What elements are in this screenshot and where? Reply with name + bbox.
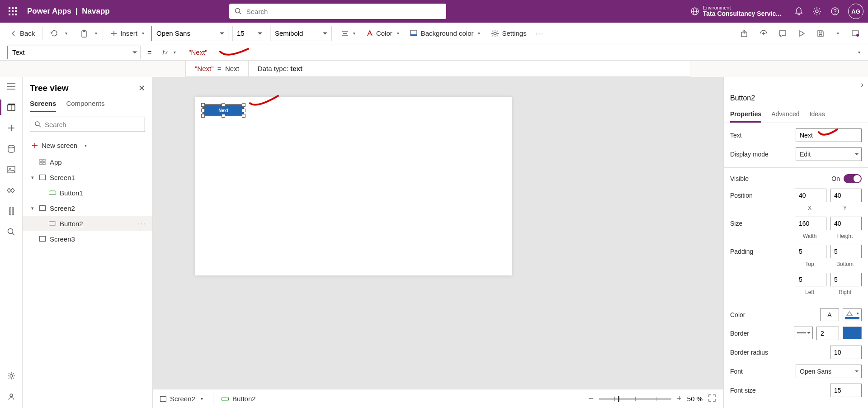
tree-node-screen3[interactable]: Screen3 — [23, 231, 152, 247]
svg-point-0 — [235, 9, 240, 13]
fx-label[interactable]: fx ▾ — [158, 47, 182, 57]
environment-picker[interactable]: Environment Tata Consultancy Servic... — [690, 5, 781, 17]
color-button[interactable]: Color▾ — [363, 25, 405, 41]
search-input[interactable] — [246, 8, 441, 15]
breadcrumb-screen[interactable]: Screen2▾ — [160, 394, 205, 404]
waffle-icon[interactable] — [5, 3, 21, 19]
undo-button[interactable] — [46, 27, 61, 40]
property-selector[interactable]: Text — [7, 46, 141, 59]
prop-padright-input[interactable] — [830, 273, 862, 286]
font-family-select[interactable]: Open Sans — [151, 26, 228, 41]
insert-button[interactable]: Insert▾ — [107, 25, 150, 41]
close-icon[interactable]: ✕ — [138, 83, 145, 93]
save-icon[interactable] — [816, 29, 825, 38]
fit-to-screen-icon[interactable] — [708, 394, 716, 404]
background-color-button[interactable]: Background color▾ — [406, 25, 486, 41]
tree-node-app[interactable]: App — [23, 154, 152, 170]
share-icon[interactable] — [740, 29, 749, 38]
align-button[interactable]: ▾ — [338, 25, 361, 41]
tab-components[interactable]: Components — [66, 96, 104, 112]
prop-width-input[interactable] — [795, 217, 826, 230]
settings-icon[interactable] — [812, 6, 822, 16]
tree-view-icon[interactable] — [6, 102, 16, 112]
formula-input[interactable]: "Next" — [182, 44, 850, 61]
tab-properties[interactable]: Properties — [730, 107, 761, 123]
hamburger-icon[interactable] — [6, 81, 16, 91]
screen-canvas[interactable]: Next — [195, 97, 512, 275]
new-screen-button[interactable]: New screen ▾ — [23, 137, 152, 154]
tree-node-button1[interactable]: Button1 — [23, 185, 152, 200]
chevron-right-icon[interactable]: › — [861, 80, 863, 90]
prop-borderwidth-input[interactable] — [816, 327, 839, 340]
prop-padtop-input[interactable] — [795, 245, 826, 258]
prop-fontcolor-button[interactable]: A — [820, 308, 839, 321]
prop-height-input[interactable] — [830, 217, 862, 230]
paste-dropdown[interactable]: ▾ — [93, 28, 99, 38]
left-rail — [0, 77, 23, 408]
svg-rect-32 — [9, 208, 11, 215]
canvas-area: Next Screen2▾ Button2 − + 50 % — [153, 77, 723, 408]
play-icon[interactable] — [797, 29, 806, 38]
insert-icon[interactable] — [6, 123, 16, 133]
prop-y-input[interactable] — [830, 189, 862, 202]
user-avatar[interactable]: AG — [848, 4, 863, 19]
svg-point-5 — [816, 10, 818, 13]
font-weight-select[interactable]: Semibold — [270, 26, 331, 41]
prop-font-select[interactable]: Open Sans — [796, 365, 862, 378]
tree-node-screen1[interactable]: ▾Screen1 — [23, 170, 152, 185]
tree-search[interactable] — [30, 117, 145, 132]
font-size-select[interactable]: 15 — [232, 26, 266, 41]
prop-fontsize-input[interactable] — [830, 384, 862, 397]
formula-result-bar: "Next" = Next Data type: text — [185, 61, 690, 77]
svg-point-53 — [857, 313, 859, 314]
tree-search-input[interactable] — [45, 121, 140, 128]
settings-button[interactable]: Settings — [487, 27, 530, 40]
prop-fillcolor-button[interactable] — [843, 308, 862, 321]
settings-rail-icon[interactable] — [6, 371, 16, 381]
prop-x-input[interactable] — [795, 189, 826, 202]
canvas-button-next[interactable]: Next — [203, 104, 244, 116]
back-button[interactable]: Back — [6, 27, 38, 40]
publish-icon[interactable] — [851, 29, 860, 38]
feedback-icon[interactable] — [6, 392, 16, 402]
prop-borderradius-input[interactable] — [830, 346, 862, 359]
search-rail-icon[interactable] — [6, 227, 16, 237]
prop-padbottom-input[interactable] — [830, 245, 862, 258]
save-dropdown[interactable]: ▾ — [835, 28, 841, 38]
prop-visible-toggle[interactable] — [844, 174, 862, 183]
tab-screens[interactable]: Screens — [30, 96, 56, 112]
svg-point-7 — [835, 13, 835, 14]
media-icon[interactable] — [6, 165, 16, 175]
zoom-slider[interactable] — [599, 398, 671, 400]
zoom-out-button[interactable]: − — [589, 394, 594, 404]
svg-rect-52 — [222, 397, 228, 401]
canvas-footer: Screen2▾ Button2 − + 50 % — [153, 389, 723, 408]
tree-node-button2[interactable]: Button2··· — [23, 216, 152, 231]
breadcrumb-control[interactable]: Button2 — [222, 395, 256, 403]
prop-padleft-input[interactable] — [795, 273, 826, 286]
notifications-icon[interactable] — [794, 6, 804, 16]
global-search[interactable] — [229, 4, 446, 19]
app-header: Power Apps | Navapp Environment Tata Con… — [0, 0, 868, 23]
expand-formula-button[interactable]: ▾ — [850, 47, 868, 57]
comments-icon[interactable] — [778, 29, 787, 38]
checker-icon[interactable] — [759, 29, 768, 38]
zoom-in-button[interactable]: + — [677, 394, 682, 403]
tools-icon[interactable] — [6, 206, 16, 216]
prop-borderstyle-select[interactable] — [794, 327, 813, 339]
tab-advanced[interactable]: Advanced — [771, 107, 799, 123]
flows-icon[interactable] — [6, 185, 16, 195]
search-icon — [35, 121, 41, 128]
data-icon[interactable] — [6, 144, 16, 154]
svg-rect-45 — [43, 162, 45, 165]
paste-button[interactable] — [77, 27, 91, 40]
more-options-icon[interactable]: ··· — [138, 220, 146, 227]
svg-rect-33 — [12, 208, 14, 215]
prop-displaymode-select[interactable]: Edit — [796, 147, 862, 161]
tab-ideas[interactable]: Ideas — [810, 107, 825, 123]
help-icon[interactable] — [830, 6, 840, 16]
undo-dropdown[interactable]: ▾ — [63, 28, 69, 38]
prop-bordercolor-button[interactable] — [843, 327, 862, 339]
more-button[interactable]: ··· — [532, 27, 548, 40]
tree-node-screen2[interactable]: ▾Screen2 — [23, 200, 152, 216]
